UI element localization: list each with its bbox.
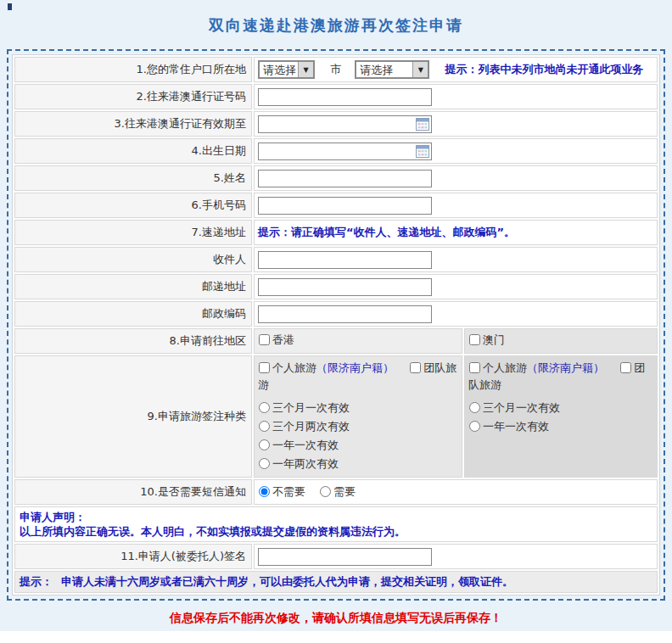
mo-visa-radio-list: 三个月一次有效 一年一次有效 — [468, 399, 653, 436]
note-cell: 提示：申请人未满十六周岁或者已满六十周岁，可以由委托人代为申请，提交相关证明，领… — [14, 571, 658, 593]
table-row-name: 5.姓名 — [14, 165, 658, 191]
declaration-cell: 申请人声明： 以上所填内容正确无误。本人明白，不如实填报或提交虚假的资料属违法行… — [14, 506, 658, 542]
hk-team-checkbox[interactable] — [410, 362, 421, 373]
birthdate-label: 4.出生日期 — [14, 138, 252, 164]
table-row-passport-number: 2.往来港澳通行证号码 — [14, 84, 658, 109]
dropdown-arrow-icon[interactable]: ▼ — [412, 62, 428, 77]
hk-radio-1y2[interactable] — [259, 458, 270, 469]
birthdate-input[interactable] — [259, 143, 416, 159]
hk-radio-3m1-text: 三个月一次有效 — [272, 401, 350, 414]
hk-personal-checkbox-label[interactable]: 个人旅游（限济南户籍） — [258, 361, 397, 374]
residence-cell: 请选择 ▼ 市 请选择 ▼ 提示：列表中未列市地尚未开通此项业务 — [254, 57, 658, 82]
sms-yes-radio-label[interactable]: 需要 — [319, 485, 356, 498]
recipient-input[interactable] — [258, 251, 432, 269]
mo-checkbox[interactable] — [469, 334, 480, 345]
mobile-input[interactable] — [258, 197, 432, 215]
signature-input[interactable] — [258, 548, 432, 566]
postcode-input[interactable] — [258, 305, 432, 323]
table-row-destination: 8.申请前往地区 香港 澳门 — [14, 328, 658, 354]
table-row-birthdate: 4.出生日期 — [14, 138, 658, 164]
express-address-hint-cell: 提示：请正确填写“收件人、速递地址、邮政编码”。 — [254, 220, 658, 245]
mail-address-cell — [254, 274, 658, 299]
mo-radio-3m1-label[interactable]: 三个月一次有效 — [468, 399, 653, 417]
table-row-signature: 11.申请人(被委托人)签名 — [14, 544, 658, 569]
hk-personal-checkbox[interactable] — [259, 362, 270, 373]
mobile-cell — [254, 193, 658, 218]
table-row-declaration: 申请人声明： 以上所填内容正确无误。本人明白，不如实填报或提交虚假的资料属违法行… — [14, 506, 658, 542]
mo-checkbox-label[interactable]: 澳门 — [468, 333, 505, 346]
hk-radio-3m2-label[interactable]: 三个月两次有效 — [258, 417, 458, 436]
table-row-express-address: 7.速递地址 提示：请正确填写“收件人、速递地址、邮政编码”。 — [14, 220, 658, 245]
sms-yes-radio[interactable] — [320, 486, 331, 497]
sms-label: 10.是否需要短信通知 — [14, 479, 252, 505]
table-row-visa-type: 9.申请旅游签注种类 个人旅游（限济南户籍） 团队旅游 三个月一次有效 三个月两… — [14, 355, 658, 478]
name-cell — [254, 165, 658, 191]
hk-radio-3m1-label[interactable]: 三个月一次有效 — [258, 399, 458, 417]
city-select-value: 请选择 — [356, 62, 412, 77]
hk-visa-options-cell: 个人旅游（限济南户籍） 团队旅游 三个月一次有效 三个月两次有效 一年一次有效 … — [254, 355, 462, 478]
mo-text: 澳门 — [483, 333, 505, 346]
mail-address-input[interactable] — [258, 278, 432, 296]
hk-radio-1y2-text: 一年两次有效 — [272, 457, 339, 470]
hk-radio-1y1-text: 一年一次有效 — [272, 439, 339, 451]
hk-personal-restriction-text: （限济南户籍） — [316, 361, 394, 374]
hk-radio-3m1[interactable] — [259, 402, 270, 413]
mo-personal-checkbox-label[interactable]: 个人旅游（限济南户籍） — [468, 361, 608, 374]
corner-mark — [8, 3, 12, 10]
mo-radio-3m1-text: 三个月一次有效 — [483, 401, 560, 414]
calendar-icon[interactable] — [416, 118, 429, 131]
signature-label: 11.申请人(被委托人)签名 — [14, 544, 252, 569]
destination-hk-cell: 香港 — [254, 328, 462, 354]
mobile-label: 6.手机号码 — [14, 193, 252, 218]
sms-cell: 不需要 需要 — [254, 479, 658, 505]
passport-number-label: 2.往来港澳通行证号码 — [14, 84, 252, 109]
mail-address-label: 邮递地址 — [14, 274, 252, 299]
hk-radio-1y1-label[interactable]: 一年一次有效 — [258, 436, 458, 455]
mo-personal-checkbox[interactable] — [469, 362, 480, 373]
dropdown-arrow-icon[interactable]: ▼ — [298, 62, 313, 77]
passport-number-input[interactable] — [258, 88, 432, 106]
birthdate-date-field[interactable] — [258, 143, 432, 160]
name-input[interactable] — [258, 170, 432, 187]
note-body: 申请人未满十六周岁或者已满六十周岁，可以由委托人代为申请，提交相关证明，领取证件… — [61, 575, 513, 588]
page: 双向速递赴港澳旅游再次签注申请 1.您的常住户口所在地 请选择 ▼ 市 请选择 … — [0, 0, 672, 631]
residence-label: 1.您的常住户口所在地 — [14, 57, 252, 82]
sms-no-radio-label[interactable]: 不需要 — [258, 485, 305, 498]
hk-visa-checkbox-line: 个人旅游（限济南户籍） 团队旅游 — [258, 360, 458, 394]
application-form-table: 1.您的常住户口所在地 请选择 ▼ 市 请选择 ▼ 提示：列表中未列市地尚未开通… — [12, 54, 660, 595]
passport-validity-input[interactable] — [259, 116, 416, 132]
visa-type-label: 9.申请旅游签注种类 — [14, 355, 252, 478]
recipient-label: 收件人 — [14, 247, 252, 272]
destination-mo-cell: 澳门 — [464, 328, 658, 354]
hk-radio-1y2-label[interactable]: 一年两次有效 — [258, 455, 458, 473]
mo-radio-1y1-text: 一年一次有效 — [483, 420, 549, 433]
hk-radio-3m2[interactable] — [259, 421, 270, 432]
mo-radio-1y1-label[interactable]: 一年一次有效 — [468, 417, 653, 436]
birthdate-cell — [254, 138, 658, 164]
table-row-postcode: 邮政编码 — [14, 301, 658, 327]
mo-radio-1y1[interactable] — [469, 421, 480, 432]
declaration-body: 以上所填内容正确无误。本人明白，不如实填报或提交虚假的资料属违法行为。 — [20, 524, 652, 539]
page-title: 双向速递赴港澳旅游再次签注申请 — [0, 0, 672, 36]
destination-label: 8.申请前往地区 — [14, 328, 252, 354]
table-row-recipient: 收件人 — [14, 247, 658, 272]
hk-radio-1y1[interactable] — [259, 439, 270, 450]
express-address-hint: 提示：请正确填写“收件人、速递地址、邮政编码”。 — [258, 226, 515, 238]
hk-checkbox[interactable] — [259, 334, 270, 345]
sms-no-text: 不需要 — [272, 485, 305, 498]
mo-visa-options-cell: 个人旅游（限济南户籍） 团队旅游 三个月一次有效 一年一次有效 — [464, 355, 658, 478]
table-row-mail-address: 邮递地址 — [14, 274, 658, 299]
mo-personal-restriction-text: （限济南户籍） — [527, 361, 604, 374]
city-select[interactable]: 请选择 ▼ — [355, 60, 429, 79]
note-prefix: 提示： — [20, 575, 53, 588]
residence-hint: 提示：列表中未列市地尚未开通此项业务 — [445, 63, 643, 75]
sms-no-radio[interactable] — [259, 486, 270, 497]
passport-validity-date-field[interactable] — [258, 115, 432, 133]
calendar-icon[interactable] — [416, 145, 429, 158]
province-select[interactable]: 请选择 ▼ — [258, 60, 315, 79]
passport-validity-label: 3.往来港澳通行证有效期至 — [14, 111, 252, 137]
mo-radio-3m1[interactable] — [469, 402, 480, 413]
passport-number-cell — [254, 84, 658, 109]
mo-team-checkbox[interactable] — [620, 362, 631, 373]
hk-checkbox-label[interactable]: 香港 — [258, 333, 294, 346]
